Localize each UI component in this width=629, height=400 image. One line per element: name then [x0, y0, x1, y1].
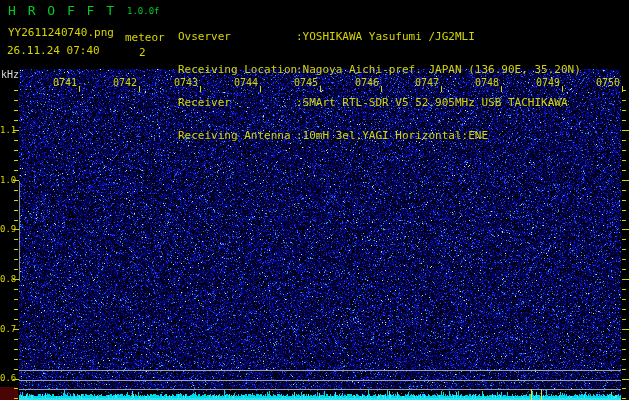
- timestamp: 26.11.24 07:40: [7, 44, 100, 57]
- info-value: :10mH 3el.YAGI Horizontal:ENE: [296, 130, 488, 141]
- freq-tick-label: 1.0: [0, 175, 13, 185]
- time-tick-label: 0743: [174, 77, 198, 88]
- info-label: Receiving Location: [178, 64, 296, 75]
- freq-axis-unit: kHz: [1, 69, 19, 80]
- freq-tick-label: 0.9: [0, 224, 13, 234]
- output-filename: YY2611240740.png: [8, 26, 114, 39]
- time-tick-label: 0745: [294, 77, 318, 88]
- info-row-antenna: Receiving Antenna :10mH 3el.YAGI Horizon…: [178, 130, 628, 141]
- time-tick-label: 0747: [415, 77, 439, 88]
- time-tick-label: 0744: [234, 77, 258, 88]
- time-tick-label: 0749: [536, 77, 560, 88]
- freq-tick-label: 1.1: [0, 125, 13, 135]
- info-value: :SMArt RTL-SDR V5 52.905MHz USB TACHIKAW…: [296, 97, 568, 108]
- info-label: Ovserver: [178, 31, 296, 42]
- time-tick-label: 0746: [355, 77, 379, 88]
- app-version: 1.0.0f: [127, 6, 160, 16]
- info-row-location: Receiving Location :Nagoya Aichi-pref. J…: [178, 64, 628, 75]
- info-row-receiver: Receiver :SMArt RTL-SDR V5 52.905MHz USB…: [178, 97, 628, 108]
- info-value: :YOSHIKAWA Yasufumi /JG2MLI: [296, 31, 475, 42]
- time-tick-label: 0742: [113, 77, 137, 88]
- info-value: :Nagoya Aichi-pref. JAPAN (136.90E, 35.2…: [296, 64, 581, 75]
- time-tick-label: 0741: [53, 77, 77, 88]
- info-label: Receiving Antenna: [178, 130, 296, 141]
- time-tick-label: 0750: [596, 77, 620, 88]
- hrofft-window: H R O F F T 1.0.0f YY2611240740.png mete…: [0, 0, 629, 400]
- app-title: H R O F F T: [8, 3, 116, 18]
- mode-label: meteor: [125, 31, 165, 44]
- meteor-count: 2: [139, 46, 146, 59]
- freq-tick-label: 0.6: [0, 373, 13, 383]
- time-tick-label: 0748: [475, 77, 499, 88]
- freq-tick-label: 0.8: [0, 274, 13, 284]
- freq-tick-label: 0.7: [0, 324, 13, 334]
- info-row-observer: Ovserver :YOSHIKAWA Yasufumi /JG2MLI: [178, 31, 628, 42]
- info-label: Receiver: [178, 97, 296, 108]
